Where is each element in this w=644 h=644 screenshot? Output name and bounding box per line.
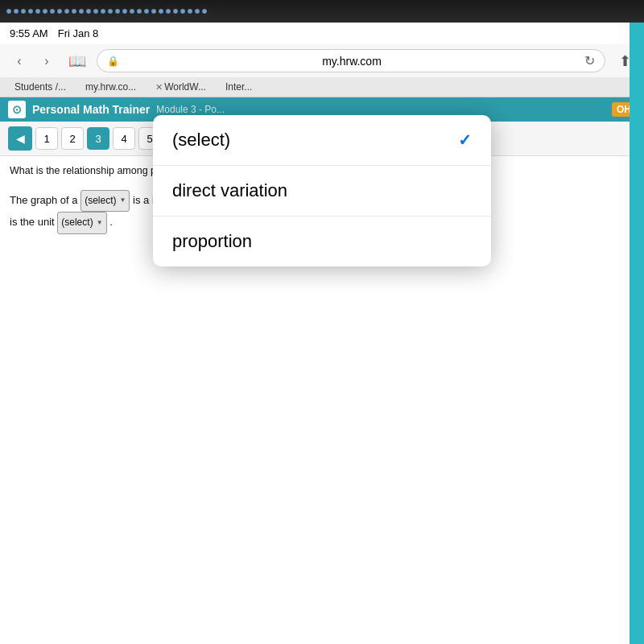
browser-toolbar: ‹ › 📖 🔒 my.hrw.com ↻ ⬆ <box>0 44 644 77</box>
led-dot <box>151 9 156 14</box>
led-dot <box>202 9 207 14</box>
select1-dropdown[interactable]: (select) ▼ <box>80 190 130 213</box>
select3-label: (select) <box>61 214 93 232</box>
teal-side-stripe <box>630 23 644 644</box>
tab-myhrw[interactable]: my.hrw.co... <box>79 79 142 95</box>
led-dot <box>93 9 98 14</box>
led-dot <box>173 9 178 14</box>
page-2[interactable]: 2 <box>61 127 84 150</box>
dropdown-item-select[interactable]: (select) ✓ <box>153 115 491 166</box>
lock-icon: 🔒 <box>107 56 119 67</box>
url-bar[interactable]: 🔒 my.hrw.com ↻ <box>97 49 605 72</box>
select1-arrow: ▼ <box>120 195 126 206</box>
led-dot <box>35 9 40 14</box>
dropdown-item-direct-variation[interactable]: direct variation <box>153 166 491 217</box>
dropdown-option-direct-variation-label: direct variation <box>172 180 287 201</box>
led-dot <box>137 9 142 14</box>
led-dot <box>28 9 33 14</box>
page-1[interactable]: 1 <box>35 127 58 150</box>
led-dot <box>122 9 127 14</box>
led-dot <box>72 9 76 14</box>
tab-students[interactable]: Students /... <box>8 79 72 95</box>
led-dot <box>14 9 19 14</box>
led-dot <box>115 9 120 14</box>
led-bar <box>0 0 644 23</box>
reload-button[interactable]: ↻ <box>584 53 595 68</box>
select1-label: (select) <box>85 192 116 210</box>
led-dot <box>79 9 84 14</box>
led-dot <box>101 9 105 14</box>
time-display: 9:55 AM <box>10 27 48 39</box>
page-4[interactable]: 4 <box>113 127 135 150</box>
logo-symbol: ⊙ <box>12 103 22 116</box>
led-dot <box>43 9 47 14</box>
app-logo: ⊙ <box>8 101 26 118</box>
led-dot <box>6 9 11 14</box>
tab-close-icon[interactable]: ✕ <box>155 82 163 93</box>
back-button[interactable]: ‹ <box>8 50 31 72</box>
screen: 9:55 AM Fri Jan 8 ‹ › 📖 🔒 my.hrw.com ↻ ⬆… <box>0 23 644 644</box>
select3-dropdown[interactable]: (select) ▼ <box>57 212 106 234</box>
led-dot <box>130 9 134 14</box>
forward-button[interactable]: › <box>35 50 58 72</box>
dropdown-item-proportion[interactable]: proportion <box>153 217 491 266</box>
dropdown-option-proportion-label: proportion <box>172 231 252 252</box>
led-dot <box>57 9 62 14</box>
nav-buttons: ‹ › <box>8 50 58 72</box>
bookmark-button[interactable]: 📖 <box>66 50 89 72</box>
page-3[interactable]: 3 <box>87 127 109 150</box>
tab-worldw[interactable]: ✕ WorldW... <box>149 79 213 95</box>
led-dot <box>144 9 149 14</box>
select3-arrow: ▼ <box>97 217 103 229</box>
led-dot <box>180 9 185 14</box>
app-title: Personal Math Trainer <box>32 103 150 116</box>
form-prefix: The graph of a <box>10 194 78 206</box>
led-dot <box>86 9 91 14</box>
led-dot <box>188 9 192 14</box>
checkmark-icon: ✓ <box>458 130 472 150</box>
status-bar: 9:55 AM Fri Jan 8 <box>0 23 644 44</box>
tabs-bar: Students /... my.hrw.co... ✕ WorldW... I… <box>0 77 644 97</box>
led-dot <box>108 9 113 14</box>
led-dot <box>64 9 69 14</box>
dropdown-popup: (select) ✓ direct variation proportion <box>153 115 491 266</box>
led-dot <box>21 9 26 14</box>
back-page-button[interactable]: ◀ <box>8 126 32 151</box>
led-dot <box>50 9 55 14</box>
date-display: Fri Jan 8 <box>58 27 99 39</box>
device-frame: 9:55 AM Fri Jan 8 ‹ › 📖 🔒 my.hrw.com ↻ ⬆… <box>0 0 644 644</box>
status-left: 9:55 AM Fri Jan 8 <box>10 27 98 39</box>
dropdown-option-select-label: (select) <box>172 130 230 151</box>
tab-inter[interactable]: Inter... <box>219 79 258 95</box>
led-dot <box>159 9 163 14</box>
form-suffix-prefix: is the unit <box>10 216 55 228</box>
url-text: my.hrw.com <box>124 55 580 68</box>
module-label: Module 3 - Po... <box>156 104 225 115</box>
led-dot <box>195 9 200 14</box>
led-dot <box>166 9 171 14</box>
